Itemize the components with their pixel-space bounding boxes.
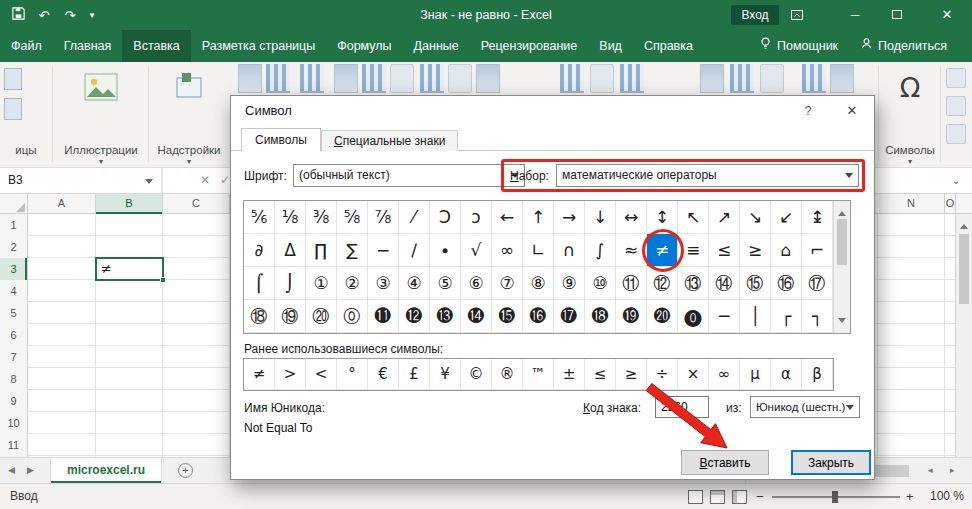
maximize-button[interactable] <box>880 0 914 30</box>
symbol-cell[interactable]: ┌ <box>771 300 802 333</box>
symbol-cell[interactable]: ④ <box>399 267 430 300</box>
minimize-button[interactable]: ─ <box>838 0 872 30</box>
recent-symbol-cell[interactable]: β <box>802 359 833 390</box>
recent-symbol-cell[interactable]: α <box>771 359 802 390</box>
scroll-down-icon[interactable] <box>838 318 846 327</box>
symbol-cell[interactable]: ⓲ <box>585 300 616 333</box>
symbol-cell[interactable]: ⅜ <box>306 201 337 234</box>
zoom-in-icon[interactable]: + <box>906 484 914 509</box>
insert-button[interactable]: Вставить <box>681 450 769 475</box>
symbol-cell[interactable]: ⓳ <box>616 300 647 333</box>
symbol-cell[interactable]: ⓴ <box>647 300 678 333</box>
symbol-cell[interactable]: ⑮ <box>740 267 771 300</box>
dialog-close-icon[interactable]: ✕ <box>829 96 875 126</box>
symbol-cell[interactable]: Ɔ <box>430 201 461 234</box>
ribbon-icon[interactable] <box>946 124 966 144</box>
ribbon-icon[interactable] <box>362 64 386 93</box>
ribbon-icon[interactable] <box>238 64 262 93</box>
recent-symbol-cell[interactable]: © <box>461 359 492 390</box>
new-sheet-button[interactable]: + <box>178 463 193 478</box>
vertical-scrollbar[interactable] <box>955 214 972 457</box>
symbol-cell[interactable]: → <box>554 201 585 234</box>
symbol-cell[interactable]: ∙ <box>430 234 461 267</box>
column-header[interactable]: B <box>96 194 163 214</box>
tab-special-characters[interactable]: Специальные знаки <box>321 130 458 151</box>
recent-symbol-cell[interactable]: £ <box>399 359 430 390</box>
symbol-cell[interactable]: ⑯ <box>771 267 802 300</box>
symbol-cell[interactable]: ⑳ <box>306 300 337 333</box>
symbol-cell[interactable]: ⑰ <box>802 267 833 300</box>
symbol-cell[interactable]: ⑭ <box>709 267 740 300</box>
scroll-up-icon[interactable] <box>960 220 968 229</box>
fill-handle[interactable] <box>160 277 166 283</box>
illustrations-button[interactable]: Иллюстрации ▾ <box>58 62 144 166</box>
ribbon-icon[interactable] <box>448 64 472 93</box>
symbol-cell[interactable]: ∟ <box>523 234 554 267</box>
symbol-cell[interactable]: ⁄ <box>399 201 430 234</box>
ribbon-icon[interactable] <box>590 64 614 93</box>
zoom-level[interactable]: 100 % <box>922 484 964 509</box>
recent-symbol-cell[interactable]: × <box>678 359 709 390</box>
recent-symbol-cell[interactable]: ≤ <box>585 359 616 390</box>
symbol-cell[interactable]: ⓮ <box>461 300 492 333</box>
symbol-cell[interactable]: ⑬ <box>678 267 709 300</box>
ribbon-icon[interactable] <box>300 64 324 93</box>
tab-insert[interactable]: Вставка <box>122 30 190 62</box>
symbol-cell[interactable]: ∞ <box>492 234 523 267</box>
selected-cell-b3[interactable]: ≠ <box>95 257 164 281</box>
ribbon-icon[interactable] <box>700 64 724 93</box>
row-header[interactable]: 7 <box>0 346 27 368</box>
symbol-cell[interactable]: ─ <box>709 300 740 333</box>
help-button[interactable]: ? <box>793 96 823 126</box>
tab-help[interactable]: Справка <box>633 30 704 62</box>
row-header[interactable]: 8 <box>0 368 27 390</box>
row-header[interactable]: 9 <box>0 390 27 412</box>
page-layout-view-icon[interactable] <box>710 490 725 504</box>
tab-formulas[interactable]: Формулы <box>326 30 402 62</box>
symbol-cell[interactable]: ∑ <box>337 234 368 267</box>
symbol-cell[interactable]: ↔ <box>616 201 647 234</box>
tab-file[interactable]: Файл <box>0 30 53 62</box>
ribbon-icon[interactable] <box>620 64 644 93</box>
symbol-cell[interactable]: ⑪ <box>616 267 647 300</box>
page-break-view-icon[interactable] <box>732 490 747 504</box>
symbol-cell[interactable]: ≥ <box>740 234 771 267</box>
column-header[interactable]: A <box>28 194 96 214</box>
recent-symbol-cell[interactable]: ™ <box>523 359 554 390</box>
cancel-icon[interactable]: ✕ <box>200 168 210 193</box>
row-header[interactable]: 10 <box>0 412 27 434</box>
recent-symbol-cell[interactable]: ® <box>492 359 523 390</box>
encoding-select[interactable]: Юникод (шестн.) <box>750 396 860 418</box>
sign-in-button[interactable]: Вход <box>731 5 779 25</box>
recent-symbol-cell[interactable]: ¥ <box>430 359 461 390</box>
recent-symbol-cell[interactable]: ± <box>554 359 585 390</box>
symbol-cell[interactable]: ⅛ <box>275 201 306 234</box>
ribbon-display-options-icon[interactable] <box>790 8 804 25</box>
symbol-cell[interactable]: ↨ <box>802 201 833 234</box>
sheet-tab-active[interactable]: microexcel.ru <box>50 458 162 483</box>
symbol-cell[interactable]: ⑱ <box>244 300 275 333</box>
symbol-cell[interactable]: ← <box>492 201 523 234</box>
scroll-right-icon[interactable]: ▸ <box>950 458 955 483</box>
symbols-button[interactable]: Ω Символы ▾ <box>882 62 938 166</box>
ribbon-icon[interactable] <box>266 64 290 93</box>
name-box[interactable]: B3 <box>0 168 163 193</box>
close-window-button[interactable]: ✕ <box>930 0 964 30</box>
zoom-slider-thumb[interactable] <box>832 491 838 503</box>
row-header[interactable]: 5 <box>0 302 27 324</box>
symbol-cell[interactable]: ⑧ <box>523 267 554 300</box>
share-button[interactable]: Поделиться <box>849 30 958 62</box>
symbol-cell[interactable]: ↑ <box>523 201 554 234</box>
row-header[interactable]: 1 <box>0 214 27 236</box>
symbol-cell[interactable]: ↖ <box>678 201 709 234</box>
symbol-cell[interactable]: ⅝ <box>337 201 368 234</box>
symbol-cell[interactable]: ⌂ <box>771 234 802 267</box>
recent-symbol-cell[interactable]: ≥ <box>616 359 647 390</box>
recent-symbol-cell[interactable]: μ <box>740 359 771 390</box>
symbol-cell[interactable]: Δ <box>275 234 306 267</box>
tab-data[interactable]: Данные <box>403 30 470 62</box>
scroll-left-icon[interactable]: ◂ <box>928 458 933 483</box>
recent-symbol-cell[interactable]: ∞ <box>709 359 740 390</box>
ribbon-icon[interactable] <box>476 64 500 93</box>
tab-assistant[interactable]: Помощник <box>748 30 849 62</box>
